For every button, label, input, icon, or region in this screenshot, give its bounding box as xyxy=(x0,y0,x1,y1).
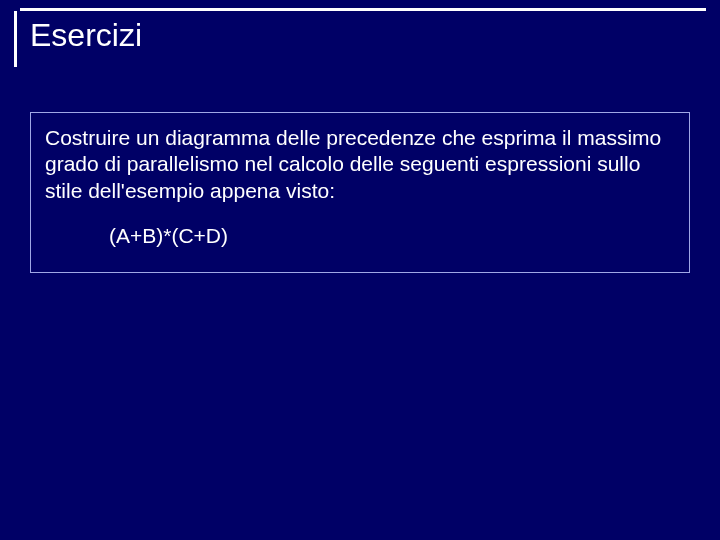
body-text: Costruire un diagramma delle precedenze … xyxy=(45,125,675,204)
title-row: Esercizi xyxy=(14,11,706,67)
expression-text: (A+B)*(C+D) xyxy=(109,224,675,248)
slide-title: Esercizi xyxy=(20,11,142,67)
slide-title-block: Esercizi xyxy=(14,8,706,67)
content-box: Costruire un diagramma delle precedenze … xyxy=(30,112,690,273)
